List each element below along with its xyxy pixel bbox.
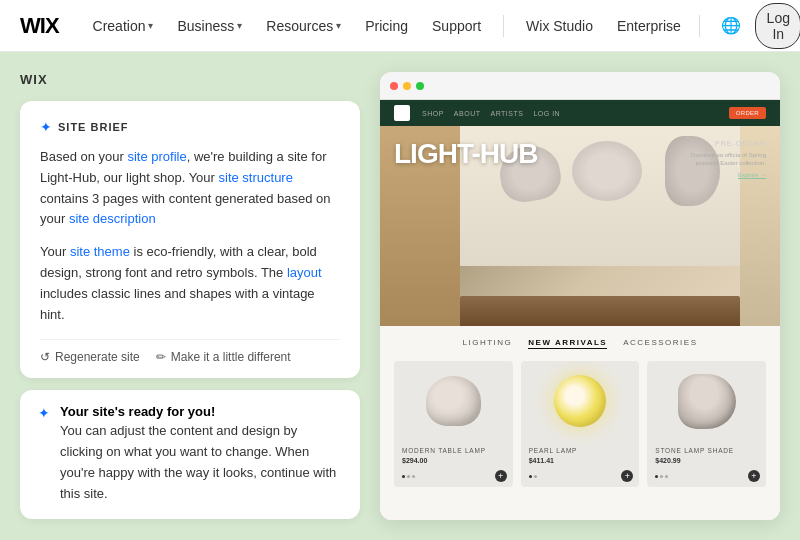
chevron-down-icon: ▾ [336,20,341,31]
site-nav-items: SHOP ABOUT ARTISTS LOG IN [422,110,717,117]
site-structure-link[interactable]: site structure [219,170,293,185]
site-products: LIGHTING NEW ARRIVALS ACCESSORIES MODERN… [380,326,780,520]
pre-order-badge: PRE-ORDER [666,140,766,147]
product-card-3: STONE LAMP SHADE $420.99 + [647,361,766,487]
make-different-button[interactable]: ✏ Make it a little different [156,350,291,364]
layout-link[interactable]: layout [287,265,322,280]
product-price-2: $411.41 [529,457,632,464]
left-panel: WIX ✦ SITE BRIEF Based on your site prof… [20,72,360,520]
wix-logo: WIX [20,13,59,39]
chevron-down-icon: ▾ [237,20,242,31]
product-image-2 [521,361,640,441]
brief-actions: ↺ Regenerate site ✏ Make it a little dif… [40,339,340,364]
product-price-1: $294.00 [402,457,505,464]
site-profile-link[interactable]: site profile [127,149,186,164]
product-card-2: PEARL LAMP $411.41 + [521,361,640,487]
nav-item-pricing[interactable]: Pricing [355,12,418,40]
hero-text-area: LIGHT-HUB PRE-ORDER Truvolunt ea officia… [380,126,780,326]
ready-card: ✦ Your site's ready for you! You can adj… [20,390,360,518]
nav-item-resources[interactable]: Resources ▾ [256,12,351,40]
main-content: WIX ✦ SITE BRIEF Based on your site prof… [0,52,800,540]
product-footer-3: + [647,470,766,487]
site-nav-login: LOG IN [533,110,560,117]
navbar: WIX Creation ▾ Business ▾ Resources ▾ Pr… [0,0,800,52]
site-nav-shop: SHOP [422,110,444,117]
edit-icon: ✏ [156,350,166,364]
ready-content: Your site's ready for you! You can adjus… [60,404,342,504]
nav-item-wix-studio[interactable]: Wix Studio [516,12,603,40]
nav-right: 🌐 Log In Get Started [691,2,800,50]
product-dot [660,475,663,478]
hero-explore-link: Explore → [666,172,766,178]
ready-text: You can adjust the content and design by… [60,421,342,504]
product-dot [407,475,410,478]
regenerate-label: Regenerate site [55,350,140,364]
nav-item-creation[interactable]: Creation ▾ [83,12,164,40]
ready-icon: ✦ [38,405,50,421]
nav-item-support[interactable]: Support [422,12,491,40]
browser-minimize-dot [403,82,411,90]
browser-expand-dot [416,82,424,90]
site-content: SHOP ABOUT ARTISTS LOG IN ORDER [380,100,780,520]
product-dot [665,475,668,478]
products-nav-new-arrivals[interactable]: NEW ARRIVALS [528,338,607,349]
nav-item-business[interactable]: Business ▾ [167,12,252,40]
site-brief-title: SITE BRIEF [58,121,129,133]
products-nav-accessories[interactable]: ACCESSORIES [623,338,697,349]
product-dots-3 [655,475,668,478]
products-nav-lighting[interactable]: LIGHTING [463,338,513,349]
product-name-1: MODERN TABLE LAMP [402,447,505,454]
hero-description: Truvolunt ea officia of Spring products … [666,151,766,168]
login-button[interactable]: Log In [755,3,800,49]
product-dot [534,475,537,478]
brief-paragraph-2: Your site theme is eco-friendly, with a … [40,242,340,325]
product-card-1: MODERN TABLE LAMP $294.00 + [394,361,513,487]
site-theme-link[interactable]: site theme [70,244,130,259]
browser-chrome [380,72,780,100]
add-to-cart-button-3[interactable]: + [748,470,760,482]
wix-panel-label: WIX [20,72,360,87]
products-nav: LIGHTING NEW ARRIVALS ACCESSORIES [394,338,766,349]
product-dot [412,475,415,478]
site-brief-card: ✦ SITE BRIEF Based on your site profile,… [20,101,360,378]
nav-divider [503,15,504,37]
product-dots-2 [529,475,537,478]
site-logo [394,105,410,121]
product-dot [529,475,532,478]
browser-close-dot [390,82,398,90]
product-info-2: PEARL LAMP $411.41 [521,441,640,470]
site-nav-about: ABOUT [454,110,481,117]
hero-right-info: PRE-ORDER Truvolunt ea officia of Spring… [666,140,766,178]
globe-icon[interactable]: 🌐 [717,12,745,39]
site-nav-artists: ARTISTS [490,110,523,117]
nav-item-enterprise[interactable]: Enterprise [607,12,691,40]
product-image-1 [394,361,513,441]
product-image-3 [647,361,766,441]
product-info-1: MODERN TABLE LAMP $294.00 [394,441,513,470]
site-brief-header: ✦ SITE BRIEF [40,119,340,135]
product-lamp-shape-1 [426,376,481,426]
brief-paragraph-1: Based on your site profile, we're buildi… [40,147,340,230]
product-price-3: $420.99 [655,457,758,464]
product-lamp-shape-3 [678,374,736,429]
nav-divider-right [699,15,700,37]
ready-title: Your site's ready for you! [60,404,342,419]
nav-items: Creation ▾ Business ▾ Resources ▾ Pricin… [83,12,691,40]
sparkle-icon: ✦ [40,119,52,135]
add-to-cart-button-2[interactable]: + [621,470,633,482]
product-dot [655,475,658,478]
regenerate-icon: ↺ [40,350,50,364]
regenerate-button[interactable]: ↺ Regenerate site [40,350,140,364]
site-description-link[interactable]: site description [69,211,156,226]
product-lamp-shape-2 [554,375,606,427]
product-footer-1: + [394,470,513,487]
make-different-label: Make it a little different [171,350,291,364]
product-footer-2: + [521,470,640,487]
chevron-down-icon: ▾ [148,20,153,31]
add-to-cart-button-1[interactable]: + [495,470,507,482]
product-dot [402,475,405,478]
site-preview-panel: SHOP ABOUT ARTISTS LOG IN ORDER [380,72,780,520]
product-dots-1 [402,475,415,478]
site-nav-cta: ORDER [729,107,766,119]
site-navbar: SHOP ABOUT ARTISTS LOG IN ORDER [380,100,780,126]
